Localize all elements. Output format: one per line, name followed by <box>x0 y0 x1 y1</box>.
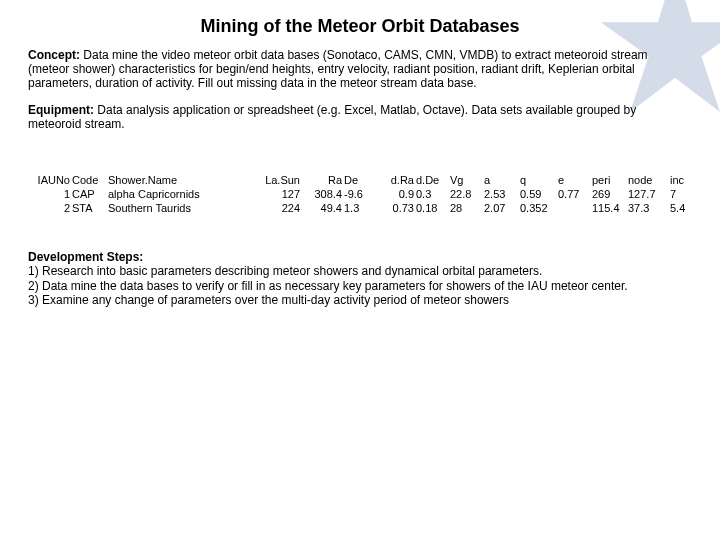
table-cell: 2 <box>28 202 70 214</box>
equipment-text: Data analysis application or spreadsheet… <box>28 103 636 131</box>
table-cell: 224 <box>260 202 300 214</box>
dev-step: 2) Data mine the data bases to verify or… <box>28 279 692 293</box>
equipment-paragraph: Equipment: Data analysis application or … <box>28 104 692 132</box>
col-head: peri <box>592 174 626 186</box>
table-cell: 127 <box>260 188 300 200</box>
col-head: Vg <box>450 174 482 186</box>
table-cell: 2.53 <box>484 188 518 200</box>
page-title: Mining of the Meteor Orbit Databases <box>28 16 692 37</box>
table-cell: 2.07 <box>484 202 518 214</box>
col-head: La.Sun <box>260 174 300 186</box>
concept-label: Concept: <box>28 48 80 62</box>
table-cell: CAP <box>72 188 106 200</box>
col-head: q <box>520 174 556 186</box>
table-cell: 28 <box>450 202 482 214</box>
table-cell: 5.4 <box>670 202 698 214</box>
table-cell: 1 <box>28 188 70 200</box>
data-table: IAUNo Code Shower.Name La.Sun Ra De d.Ra… <box>28 174 692 214</box>
col-head: Shower.Name <box>108 174 258 186</box>
table-cell: alpha Capricornids <box>108 188 258 200</box>
table-cell: 49.4 <box>302 202 342 214</box>
table-cell <box>558 202 590 214</box>
table-cell: 0.9 <box>378 188 414 200</box>
col-head: d.Ra <box>378 174 414 186</box>
table-cell: 7 <box>670 188 698 200</box>
concept-text: Data mine the video meteor orbit data ba… <box>28 48 648 90</box>
table-cell: 1.3 <box>344 202 376 214</box>
col-head: Ra <box>302 174 342 186</box>
col-head: Code <box>72 174 106 186</box>
dev-step: 3) Examine any change of parameters over… <box>28 293 692 307</box>
table-cell: 0.77 <box>558 188 590 200</box>
col-head: e <box>558 174 590 186</box>
equipment-label: Equipment: <box>28 103 94 117</box>
table-cell: 37.3 <box>628 202 668 214</box>
table-cell: 0.73 <box>378 202 414 214</box>
table-cell: 0.18 <box>416 202 448 214</box>
table-cell: 308.4 <box>302 188 342 200</box>
table-cell: STA <box>72 202 106 214</box>
table-cell: 0.3 <box>416 188 448 200</box>
table-cell: 115.4 <box>592 202 626 214</box>
table-cell: 22.8 <box>450 188 482 200</box>
table-cell: 0.352 <box>520 202 556 214</box>
col-head: IAUNo <box>28 174 70 186</box>
col-head: a <box>484 174 518 186</box>
table-cell: 127.7 <box>628 188 668 200</box>
concept-paragraph: Concept: Data mine the video meteor orbi… <box>28 49 692 90</box>
table-cell: 269 <box>592 188 626 200</box>
col-head: d.De <box>416 174 448 186</box>
development-steps: Development Steps: 1) Research into basi… <box>28 250 692 308</box>
table-cell: -9.6 <box>344 188 376 200</box>
table-cell: 0.59 <box>520 188 556 200</box>
table-cell: Southern Taurids <box>108 202 258 214</box>
col-head: node <box>628 174 668 186</box>
col-head: inc <box>670 174 698 186</box>
col-head: De <box>344 174 376 186</box>
document-body: Mining of the Meteor Orbit Databases Con… <box>0 0 720 308</box>
dev-step: 1) Research into basic parameters descri… <box>28 264 692 278</box>
dev-steps-heading: Development Steps: <box>28 250 692 264</box>
